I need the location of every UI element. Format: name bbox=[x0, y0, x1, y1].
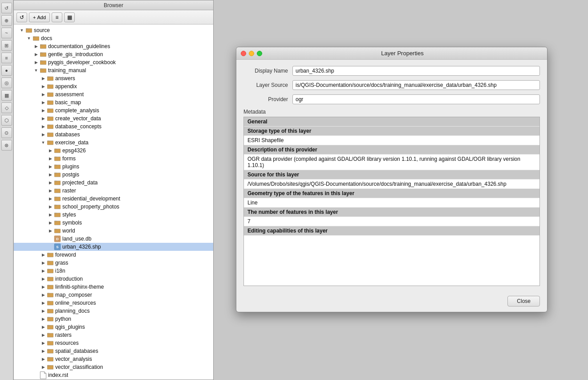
tree-item-online_resources[interactable]: online_resources bbox=[14, 299, 213, 307]
tree-toggle-raster[interactable] bbox=[47, 187, 54, 194]
tree-toggle-database_concepts[interactable] bbox=[40, 123, 47, 130]
tool-btn-8[interactable]: ▦ bbox=[1, 90, 12, 101]
browser-tree[interactable]: source docs documentation_guidelines gen… bbox=[14, 25, 213, 380]
tree-item-pyqgis_developer_cookbook[interactable]: pyqgis_developer_cookbook bbox=[14, 58, 213, 66]
tree-item-postgis[interactable]: postgis bbox=[14, 171, 213, 179]
tool-btn-10[interactable]: ⬡ bbox=[1, 115, 12, 126]
tree-item-source[interactable]: source bbox=[14, 26, 213, 34]
tree-item-vector_classification[interactable]: vector_classification bbox=[14, 363, 213, 371]
tree-item-projected_data[interactable]: projected_data bbox=[14, 179, 213, 187]
tree-toggle-forms[interactable] bbox=[47, 155, 54, 162]
tree-toggle-grass[interactable] bbox=[40, 259, 47, 266]
tree-item-training_manual[interactable]: training_manual bbox=[14, 66, 213, 74]
tree-item-world[interactable]: world bbox=[14, 227, 213, 235]
display-name-input[interactable] bbox=[292, 66, 540, 76]
tree-toggle-python[interactable] bbox=[40, 315, 47, 323]
tool-btn-7[interactable]: ◎ bbox=[1, 78, 12, 88]
tree-item-forms[interactable]: forms bbox=[14, 155, 213, 163]
tree-toggle-online_resources[interactable] bbox=[40, 299, 47, 306]
tree-toggle-school_property_photos[interactable] bbox=[47, 203, 54, 210]
tool-btn-3[interactable]: ~ bbox=[1, 28, 12, 38]
tree-toggle-epsg4326[interactable] bbox=[47, 147, 54, 154]
tree-item-qgis_plugins[interactable]: qgis_plugins bbox=[14, 323, 213, 331]
grid-button[interactable]: ▦ bbox=[64, 12, 75, 22]
tree-item-answers[interactable]: answers bbox=[14, 74, 213, 82]
tree-item-appendix[interactable]: appendix bbox=[14, 82, 213, 90]
tree-toggle-source[interactable] bbox=[18, 27, 25, 34]
refresh-button[interactable]: ↺ bbox=[16, 12, 27, 22]
provider-input[interactable] bbox=[292, 94, 540, 104]
tree-item-linfiniti-sphinx-theme[interactable]: linfiniti-sphinx-theme bbox=[14, 283, 213, 291]
tree-item-map_composer[interactable]: map_composer bbox=[14, 291, 213, 299]
tree-toggle-create_vector_data[interactable] bbox=[40, 115, 47, 122]
tree-toggle-symbols[interactable] bbox=[47, 219, 54, 226]
tree-item-grass[interactable]: grass bbox=[14, 259, 213, 267]
tree-item-spatial_databases[interactable]: spatial_databases bbox=[14, 347, 213, 355]
tree-toggle-docs[interactable] bbox=[25, 35, 32, 42]
tool-btn-5[interactable]: ≡ bbox=[1, 53, 12, 63]
tree-toggle-basic_map[interactable] bbox=[40, 99, 47, 106]
tool-btn-1[interactable]: ↺ bbox=[1, 3, 12, 13]
tree-item-planning_docs[interactable]: planning_docs bbox=[14, 307, 213, 315]
tree-toggle-answers[interactable] bbox=[40, 75, 47, 82]
tree-toggle-spatial_databases[interactable] bbox=[40, 347, 47, 355]
tree-item-styles[interactable]: styles bbox=[14, 211, 213, 219]
tree-toggle-rasters[interactable] bbox=[40, 331, 47, 339]
tree-item-plugins[interactable]: plugins bbox=[14, 163, 213, 171]
tree-toggle-vector_analysis[interactable] bbox=[40, 355, 47, 363]
tool-btn-4[interactable]: ⊞ bbox=[1, 40, 12, 51]
tree-toggle-planning_docs[interactable] bbox=[40, 307, 47, 315]
tree-item-databases[interactable]: databases bbox=[14, 131, 213, 139]
tree-toggle-exercise_data[interactable] bbox=[40, 139, 47, 146]
tree-toggle-documentation_guidelines[interactable] bbox=[32, 43, 40, 50]
tree-item-resources[interactable]: resources bbox=[14, 339, 213, 347]
layer-source-input[interactable] bbox=[292, 80, 540, 90]
tree-item-i18n[interactable]: i18n bbox=[14, 267, 213, 275]
tree-toggle-gentle_gis_introduction[interactable] bbox=[32, 51, 40, 58]
tree-toggle-map_composer[interactable] bbox=[40, 291, 47, 298]
tool-btn-9[interactable]: ◇ bbox=[1, 102, 12, 113]
tree-item-foreword[interactable]: foreword bbox=[14, 251, 213, 259]
tree-item-raster[interactable]: raster bbox=[14, 187, 213, 195]
tree-item-assessment[interactable]: assessment bbox=[14, 90, 213, 98]
tree-toggle-i18n[interactable] bbox=[40, 267, 47, 274]
tree-item-docs[interactable]: docs bbox=[14, 34, 213, 42]
close-button[interactable]: Close bbox=[507, 296, 540, 306]
tree-toggle-complete_analysis[interactable] bbox=[40, 107, 47, 114]
tree-toggle-residential_development[interactable] bbox=[47, 195, 54, 202]
tree-item-vector_analysis[interactable]: vector_analysis bbox=[14, 355, 213, 363]
tree-item-python[interactable]: python bbox=[14, 315, 213, 323]
tree-item-symbols[interactable]: symbols bbox=[14, 219, 213, 227]
minimize-traffic-light[interactable] bbox=[249, 51, 254, 56]
tree-toggle-projected_data[interactable] bbox=[47, 179, 54, 186]
close-traffic-light[interactable] bbox=[241, 51, 246, 56]
tree-toggle-appendix[interactable] bbox=[40, 83, 47, 90]
tree-toggle-training_manual[interactable] bbox=[32, 67, 40, 74]
maximize-traffic-light[interactable] bbox=[257, 51, 262, 56]
tree-item-complete_analysis[interactable]: complete_analysis bbox=[14, 106, 213, 114]
tree-toggle-qgis_plugins[interactable] bbox=[40, 323, 47, 331]
tree-toggle-introduction[interactable] bbox=[40, 275, 47, 282]
tree-item-database_concepts[interactable]: database_concepts bbox=[14, 123, 213, 131]
tree-item-gentle_gis_introduction[interactable]: gentle_gis_introduction bbox=[14, 50, 213, 58]
tree-item-exercise_data[interactable]: exercise_data bbox=[14, 139, 213, 147]
tree-item-basic_map[interactable]: basic_map bbox=[14, 98, 213, 106]
tool-btn-11[interactable]: ⊙ bbox=[1, 127, 12, 138]
tree-item-epsg4326[interactable]: epsg4326 bbox=[14, 147, 213, 155]
tool-btn-2[interactable]: ⊕ bbox=[1, 15, 12, 26]
metadata-box[interactable]: GeneralStorage type of this layerESRI Sh… bbox=[243, 117, 540, 286]
tree-toggle-postgis[interactable] bbox=[47, 171, 54, 178]
tree-toggle-pyqgis_developer_cookbook[interactable] bbox=[32, 59, 40, 66]
tree-toggle-vector_classification[interactable] bbox=[40, 364, 47, 371]
tree-item-create_vector_data[interactable]: create_vector_data bbox=[14, 114, 213, 123]
tool-btn-6[interactable]: ● bbox=[1, 65, 12, 76]
tree-toggle-foreword[interactable] bbox=[40, 251, 47, 258]
tree-toggle-databases[interactable] bbox=[40, 131, 47, 138]
tree-toggle-linfiniti-sphinx-theme[interactable] bbox=[40, 283, 47, 290]
filter-button[interactable]: ≡ bbox=[52, 12, 62, 22]
tree-toggle-resources[interactable] bbox=[40, 339, 47, 347]
tree-toggle-styles[interactable] bbox=[47, 211, 54, 218]
tree-toggle-plugins[interactable] bbox=[47, 163, 54, 170]
tree-item-index_rst[interactable]: index.rst bbox=[14, 371, 213, 379]
tree-item-rasters[interactable]: rasters bbox=[14, 331, 213, 339]
